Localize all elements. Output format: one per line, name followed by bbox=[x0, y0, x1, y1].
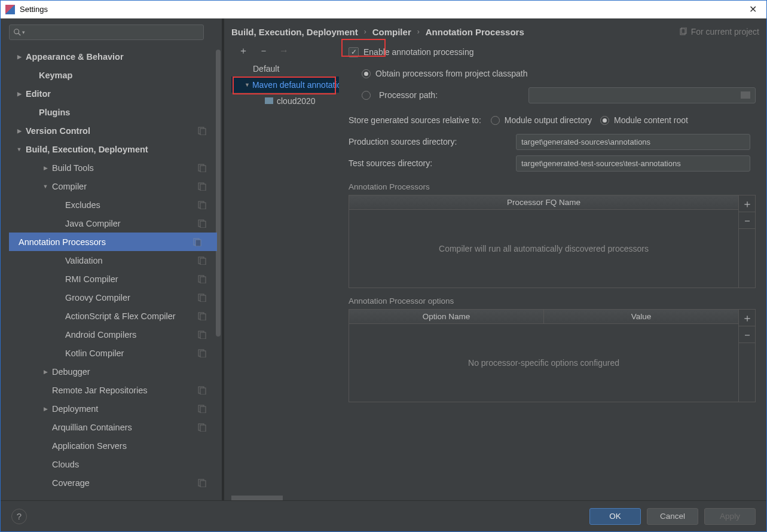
expand-icon: ▼ bbox=[245, 82, 250, 88]
sidebar-item-label: Plugins bbox=[39, 108, 70, 117]
expand-icon: ▶ bbox=[16, 54, 22, 60]
search-icon bbox=[13, 28, 22, 36]
remove-profile-button[interactable]: － bbox=[259, 45, 268, 57]
profile-item[interactable]: ▼Maven default annotation bbox=[231, 77, 339, 93]
copy-icon bbox=[198, 127, 206, 135]
sidebar-item-label: Annotation Processors bbox=[19, 237, 106, 247]
svg-rect-27 bbox=[200, 388, 206, 395]
horizontal-scrollbar[interactable] bbox=[231, 496, 339, 500]
sidebar-item[interactable]: Coverage bbox=[9, 473, 222, 492]
profile-item[interactable]: Default bbox=[231, 60, 339, 77]
option-value-column: Value bbox=[544, 310, 738, 323]
obtain-classpath-radio[interactable] bbox=[362, 69, 371, 78]
processors-table[interactable]: Processor FQ Name Compiler will run all … bbox=[349, 195, 739, 288]
add-profile-button[interactable]: ＋ bbox=[239, 45, 248, 57]
sidebar-item[interactable]: ▶Appearance & Behavior bbox=[9, 47, 222, 66]
option-name-column: Option Name bbox=[349, 310, 544, 323]
sidebar-item[interactable]: Android Compilers bbox=[9, 325, 222, 344]
svg-rect-15 bbox=[200, 258, 206, 265]
module-output-label: Module output directory bbox=[505, 115, 592, 125]
sidebar-item-label: Application Servers bbox=[52, 441, 127, 451]
sidebar-item[interactable]: Java Compiler bbox=[9, 214, 222, 233]
enable-annotation-checkbox[interactable] bbox=[349, 47, 359, 57]
breadcrumb-item[interactable]: Compiler bbox=[372, 27, 411, 37]
sidebar-item-label: RMI Compiler bbox=[65, 274, 118, 284]
copy-icon bbox=[198, 405, 206, 413]
svg-rect-21 bbox=[200, 314, 206, 320]
close-icon[interactable]: ✕ bbox=[744, 2, 762, 16]
copy-icon bbox=[198, 164, 206, 172]
remove-option-button[interactable]: － bbox=[739, 326, 755, 343]
sidebar-item-label: Kotlin Compiler bbox=[65, 348, 124, 358]
profile-label: Default bbox=[253, 64, 279, 74]
svg-rect-29 bbox=[200, 406, 206, 413]
sidebar-item[interactable]: ▶Editor bbox=[9, 84, 222, 103]
processor-options-title: Annotation Processor options bbox=[349, 296, 756, 305]
sidebar-item[interactable]: ▶Build Tools bbox=[9, 158, 222, 177]
processor-path-input[interactable] bbox=[528, 87, 756, 103]
svg-rect-11 bbox=[200, 221, 206, 228]
test-sources-label: Test sources directory: bbox=[349, 158, 516, 168]
sidebar-item[interactable]: Plugins bbox=[9, 103, 222, 121]
test-sources-input[interactable]: target\generated-test-sources\test-annot… bbox=[516, 155, 750, 172]
sidebar-item[interactable]: Groovy Compiler bbox=[9, 288, 222, 307]
sidebar-item[interactable]: Application Servers bbox=[9, 436, 222, 455]
prod-sources-input[interactable]: target\generated-sources\annotations bbox=[516, 134, 750, 150]
sidebar-item-label: Editor bbox=[26, 89, 51, 99]
sidebar-item[interactable]: Annotation Processors bbox=[9, 233, 217, 251]
search-input[interactable]: ▾ bbox=[9, 25, 204, 40]
module-content-radio[interactable] bbox=[600, 116, 609, 125]
copy-icon bbox=[198, 256, 206, 265]
sidebar-item[interactable]: ▶Version Control bbox=[9, 121, 222, 140]
sidebar-item[interactable]: ▶Deployment bbox=[9, 399, 222, 418]
sidebar-item[interactable]: Remote Jar Repositories bbox=[9, 381, 222, 399]
sidebar-item[interactable]: ActionScript & Flex Compiler bbox=[9, 307, 222, 325]
remove-processor-button[interactable]: － bbox=[739, 212, 755, 229]
sidebar-item[interactable]: Excludes bbox=[9, 195, 222, 214]
apply-button[interactable]: Apply bbox=[704, 508, 756, 525]
sidebar-item[interactable]: ▼Compiler bbox=[9, 177, 222, 195]
svg-rect-13 bbox=[195, 240, 201, 246]
module-output-radio[interactable] bbox=[491, 116, 500, 125]
sidebar-item-label: Appearance & Behavior bbox=[26, 52, 124, 62]
copy-icon bbox=[198, 349, 206, 357]
add-option-button[interactable]: ＋ bbox=[739, 310, 755, 326]
sidebar-item-label: Deployment bbox=[52, 404, 98, 414]
ok-button[interactable]: OK bbox=[589, 508, 641, 525]
profile-list[interactable]: Default▼Maven default annotationcloud202… bbox=[231, 60, 339, 496]
expand-icon: ▼ bbox=[16, 146, 22, 152]
breadcrumb: Build, Execution, Deployment › Compiler … bbox=[231, 22, 759, 41]
breadcrumb-item[interactable]: Build, Execution, Deployment bbox=[231, 27, 358, 37]
cancel-button[interactable]: Cancel bbox=[647, 508, 698, 525]
sidebar-item-label: Validation bbox=[65, 256, 103, 265]
svg-rect-7 bbox=[200, 184, 206, 191]
processor-path-radio[interactable] bbox=[362, 91, 371, 100]
settings-tree[interactable]: ▶Appearance & BehaviorKeymap▶EditorPlugi… bbox=[9, 47, 222, 500]
sidebar-item[interactable]: Arquillian Containers bbox=[9, 418, 222, 436]
sidebar-item[interactable]: Validation bbox=[9, 251, 222, 270]
sidebar-item[interactable]: Keymap bbox=[9, 66, 222, 84]
svg-rect-25 bbox=[200, 351, 206, 357]
sidebar-item-label: Compiler bbox=[52, 182, 87, 191]
move-profile-button: → bbox=[279, 45, 289, 56]
sidebar-item[interactable]: ▼Build, Execution, Deployment bbox=[9, 140, 222, 158]
folder-icon[interactable] bbox=[741, 91, 750, 99]
sidebar-item[interactable]: Kotlin Compiler bbox=[9, 344, 222, 362]
options-table[interactable]: Option Name Value No processor-specific … bbox=[349, 309, 739, 402]
help-button[interactable]: ? bbox=[11, 509, 27, 524]
expand-icon: ▶ bbox=[42, 406, 48, 412]
add-processor-button[interactable]: ＋ bbox=[739, 195, 755, 212]
copy-icon bbox=[198, 479, 206, 487]
sidebar-item[interactable]: ▶Debugger bbox=[9, 362, 222, 381]
sidebar-item[interactable]: RMI Compiler bbox=[9, 270, 222, 288]
copy-icon bbox=[198, 201, 206, 209]
sidebar-item-label: Android Compilers bbox=[65, 330, 136, 340]
svg-rect-17 bbox=[200, 277, 206, 283]
module-content-label: Module content root bbox=[614, 115, 688, 125]
profile-item[interactable]: cloud2020 bbox=[231, 93, 339, 109]
sidebar-item[interactable]: Clouds bbox=[9, 455, 222, 473]
window-title: Settings bbox=[20, 5, 48, 14]
profile-list-panel: ＋ － → Default▼Maven default annotationcl… bbox=[231, 41, 339, 500]
expand-icon: ▶ bbox=[16, 91, 22, 97]
breadcrumb-current: Annotation Processors bbox=[426, 27, 524, 37]
